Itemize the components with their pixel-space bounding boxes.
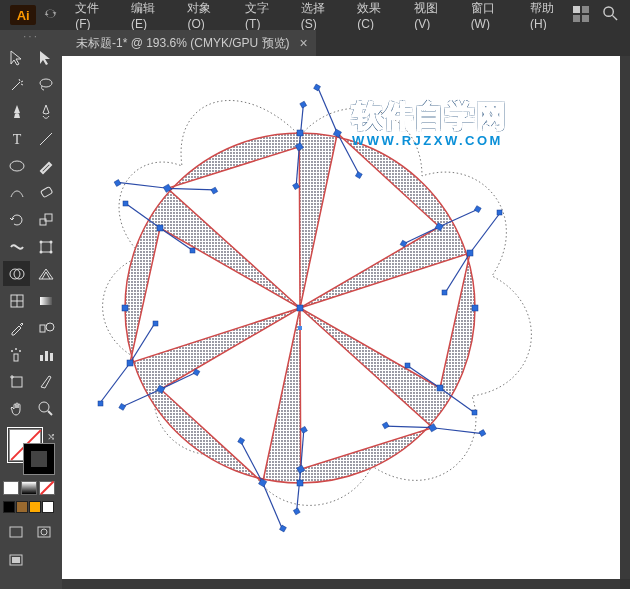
palette-white[interactable] <box>42 501 54 513</box>
tool-magic-wand[interactable] <box>3 72 30 97</box>
tool-scale[interactable] <box>32 207 59 232</box>
tool-rotate[interactable] <box>3 207 30 232</box>
svg-rect-33 <box>12 377 22 387</box>
svg-point-4 <box>604 7 613 16</box>
svg-rect-65 <box>467 250 473 256</box>
tool-width[interactable] <box>3 234 30 259</box>
svg-point-15 <box>49 240 52 243</box>
svg-rect-2 <box>573 15 580 22</box>
tool-type[interactable]: T <box>3 126 30 151</box>
tool-mesh[interactable] <box>3 288 30 313</box>
svg-rect-70 <box>405 363 410 368</box>
swap-fill-stroke-icon[interactable]: ⤭ <box>47 431 55 442</box>
tool-lasso[interactable] <box>32 72 59 97</box>
app-frame: 文件(F) 编辑(E) 对象(O) 文字(T) 选择(S) 效果(C) 视图(V… <box>0 0 630 589</box>
svg-line-8 <box>40 133 52 145</box>
svg-line-37 <box>48 411 52 415</box>
tool-curvature[interactable] <box>32 99 59 124</box>
tool-selection[interactable] <box>3 45 30 70</box>
svg-rect-42 <box>12 557 20 563</box>
svg-point-28 <box>15 348 17 350</box>
svg-rect-10 <box>40 186 52 197</box>
svg-rect-71 <box>297 130 303 136</box>
palette-black[interactable] <box>3 501 15 513</box>
stroke-swatch[interactable] <box>23 443 55 475</box>
tool-symbol-sprayer[interactable] <box>3 342 30 367</box>
draw-none-icon[interactable] <box>39 481 55 495</box>
svg-rect-64 <box>297 305 303 311</box>
svg-rect-31 <box>45 351 48 361</box>
svg-rect-73 <box>122 305 128 311</box>
draw-normal-icon[interactable] <box>3 523 29 541</box>
tool-shape-builder[interactable] <box>3 261 30 286</box>
close-icon[interactable]: × <box>300 35 308 51</box>
tool-shaper[interactable] <box>3 180 30 205</box>
svg-point-40 <box>41 529 47 535</box>
scrollbar-corner <box>620 579 630 589</box>
tool-gradient[interactable] <box>32 288 59 313</box>
screen-mode-icon[interactable] <box>3 551 29 569</box>
document-tab-title: 未标题-1* @ 193.6% (CMYK/GPU 预览) <box>76 35 290 52</box>
tool-hand[interactable] <box>3 396 30 421</box>
svg-rect-74 <box>472 305 478 311</box>
svg-point-14 <box>39 240 42 243</box>
svg-point-36 <box>39 402 49 412</box>
toolbar: T <box>0 30 62 589</box>
svg-rect-38 <box>10 527 22 537</box>
tool-eyedropper[interactable] <box>3 315 30 340</box>
draw-behind-icon[interactable] <box>31 523 57 541</box>
svg-rect-67 <box>497 210 502 215</box>
app-logo <box>10 5 36 25</box>
svg-point-16 <box>39 250 42 253</box>
toolbar-grip[interactable] <box>3 34 59 42</box>
tool-ellipse[interactable] <box>3 153 30 178</box>
svg-rect-72 <box>297 480 303 486</box>
cloud-sync-icon[interactable] <box>44 7 59 23</box>
tool-artboard[interactable] <box>3 369 30 394</box>
tool-zoom[interactable] <box>32 396 59 421</box>
svg-rect-23 <box>40 297 52 305</box>
fill-stroke-swatches[interactable]: ⤭ <box>3 429 59 477</box>
canvas[interactable]: 软件自学网 WWW.RJZXW.COM <box>62 56 620 579</box>
tool-pen[interactable] <box>3 99 30 124</box>
svg-rect-30 <box>40 355 43 361</box>
tool-line[interactable] <box>32 126 59 151</box>
tool-eraser[interactable] <box>32 180 59 205</box>
tool-column-graph[interactable] <box>32 342 59 367</box>
palette-brown[interactable] <box>16 501 28 513</box>
document-tabs: 未标题-1* @ 193.6% (CMYK/GPU 预览) × <box>62 30 630 56</box>
svg-point-17 <box>49 250 52 253</box>
tool-free-transform[interactable] <box>32 234 59 259</box>
scrollbar-vertical[interactable] <box>620 56 630 579</box>
menu-bar: 文件(F) 编辑(E) 对象(O) 文字(T) 选择(S) 效果(C) 视图(V… <box>0 0 630 30</box>
tool-slice[interactable] <box>32 369 59 394</box>
tool-direct-selection[interactable] <box>32 45 59 70</box>
palette-orange[interactable] <box>29 501 41 513</box>
svg-rect-26 <box>14 354 18 361</box>
svg-point-25 <box>46 323 54 331</box>
svg-point-9 <box>10 161 24 171</box>
svg-point-6 <box>40 79 52 87</box>
tool-perspective-grid[interactable] <box>32 261 59 286</box>
svg-rect-68 <box>442 290 447 295</box>
svg-point-29 <box>19 350 21 352</box>
color-palette <box>3 501 59 513</box>
svg-point-27 <box>11 350 13 352</box>
svg-rect-69 <box>472 410 477 415</box>
search-icon[interactable] <box>603 6 618 24</box>
svg-line-5 <box>612 15 617 20</box>
svg-rect-24 <box>40 325 45 332</box>
tool-brush[interactable] <box>32 153 59 178</box>
svg-rect-75 <box>298 326 302 330</box>
scrollbar-horizontal[interactable] <box>62 579 620 589</box>
svg-rect-13 <box>41 242 51 252</box>
svg-rect-66 <box>437 385 443 391</box>
document-tab[interactable]: 未标题-1* @ 193.6% (CMYK/GPU 预览) × <box>62 30 316 56</box>
tool-blend[interactable] <box>32 315 59 340</box>
document-area: 未标题-1* @ 193.6% (CMYK/GPU 预览) × <box>62 30 630 589</box>
workspace-switcher-icon[interactable] <box>573 6 589 25</box>
draw-gradient-icon[interactable] <box>21 481 37 495</box>
svg-rect-0 <box>573 6 580 13</box>
artwork <box>62 56 620 579</box>
draw-solid-icon[interactable] <box>3 481 19 495</box>
